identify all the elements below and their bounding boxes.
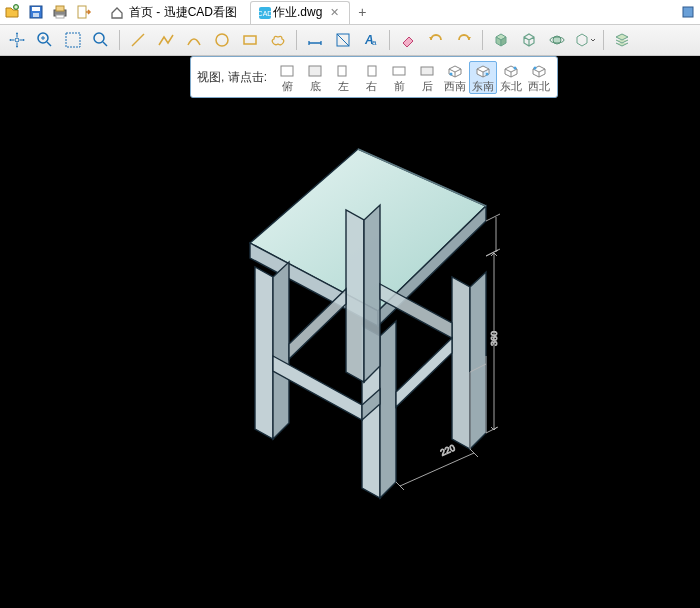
tab-file-active[interactable]: CAD 作业.dwg ✕	[250, 1, 350, 24]
rectangle-button[interactable]	[237, 27, 263, 53]
circle-button[interactable]	[209, 27, 235, 53]
revcloud-button[interactable]	[265, 27, 291, 53]
new-tab-button[interactable]: +	[352, 2, 372, 22]
erase-button[interactable]	[395, 27, 421, 53]
dim-width: 220	[439, 443, 457, 458]
svg-rect-10	[683, 7, 693, 17]
measure-button[interactable]	[302, 27, 328, 53]
tab-file-label: 作业.dwg	[273, 4, 322, 21]
save-button[interactable]	[26, 2, 46, 22]
main-toolbar: Aa	[0, 25, 700, 56]
svg-point-15	[216, 34, 228, 46]
cad-file-icon: CAD	[257, 5, 273, 21]
zoom-window-button[interactable]	[32, 27, 58, 53]
svg-rect-13	[66, 33, 80, 47]
export-button[interactable]	[74, 2, 94, 22]
svg-point-11	[15, 38, 19, 42]
undo-button[interactable]	[423, 27, 449, 53]
svg-rect-6	[56, 15, 64, 18]
drawing-viewport[interactable]: 视图, 请点击: 俯 底 左 右 前 后 西南 东南 东北 西北	[0, 56, 700, 608]
wireframe-view-button[interactable]	[516, 27, 542, 53]
svg-rect-7	[78, 6, 86, 18]
arc-button[interactable]	[181, 27, 207, 53]
svg-rect-2	[32, 7, 40, 11]
svg-text:a: a	[372, 38, 377, 47]
orbit-button[interactable]	[544, 27, 570, 53]
pan-button[interactable]	[4, 27, 30, 53]
dim-height: 360	[489, 331, 499, 346]
layers-button[interactable]	[609, 27, 635, 53]
quick-access-toolbar	[2, 2, 94, 22]
settings-button[interactable]	[678, 2, 698, 22]
svg-rect-3	[33, 13, 39, 17]
line-button[interactable]	[125, 27, 151, 53]
area-button[interactable]	[330, 27, 356, 53]
zoom-scale-button[interactable]	[88, 27, 114, 53]
redo-button[interactable]	[451, 27, 477, 53]
tab-bar: 首页 - 迅捷CAD看图 CAD 作业.dwg ✕ +	[0, 0, 700, 25]
svg-rect-16	[244, 36, 256, 44]
polyline-button[interactable]	[153, 27, 179, 53]
tab-home-label: 首页 - 迅捷CAD看图	[129, 4, 237, 21]
close-icon[interactable]: ✕	[330, 6, 339, 19]
home-icon	[109, 5, 125, 21]
print-button[interactable]	[50, 2, 70, 22]
solid-view-button[interactable]	[488, 27, 514, 53]
tab-home[interactable]: 首页 - 迅捷CAD看图	[102, 1, 248, 24]
svg-text:CAD: CAD	[258, 10, 272, 17]
svg-point-14	[94, 33, 104, 43]
views-dropdown-button[interactable]	[572, 27, 598, 53]
model-drawing: 360 220	[0, 56, 700, 608]
zoom-extents-button[interactable]	[60, 27, 86, 53]
open-button[interactable]	[2, 2, 22, 22]
svg-rect-5	[56, 6, 64, 11]
text-button[interactable]: Aa	[358, 27, 384, 53]
